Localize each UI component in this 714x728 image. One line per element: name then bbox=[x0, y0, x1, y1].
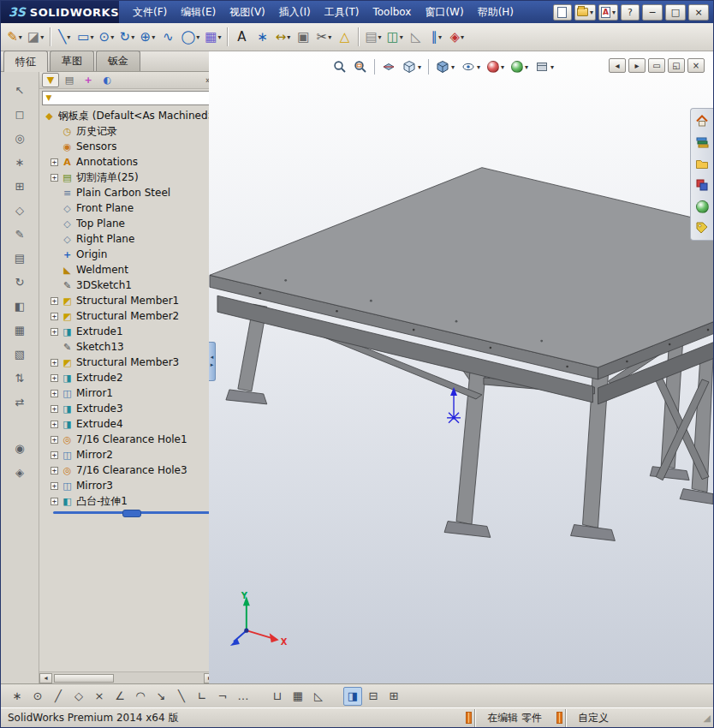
expand-icon[interactable]: + bbox=[51, 390, 58, 397]
propertymanager-tab-button[interactable]: ▤ bbox=[61, 73, 78, 87]
menu-toolbox[interactable]: Toolbox bbox=[366, 1, 418, 23]
doc-close-button[interactable]: × bbox=[687, 58, 705, 73]
expand-icon[interactable]: + bbox=[51, 359, 58, 367]
tree-item-root[interactable]: ◆钢板桌 (Default<As Machined> bbox=[39, 108, 217, 123]
statusbar-grip[interactable] bbox=[556, 712, 562, 724]
bottom-tool-button[interactable]: ╱ bbox=[49, 687, 68, 706]
hide-show-items-button[interactable]: ▾ bbox=[459, 57, 483, 76]
tree-item-extrude1[interactable]: +◨Extrude1 bbox=[39, 324, 217, 339]
chamfer-button[interactable]: ◺ bbox=[406, 26, 426, 48]
bottom-tool-button[interactable]: ◺ bbox=[309, 687, 328, 706]
model-canvas[interactable]: Y X bbox=[209, 51, 713, 683]
left-tool-button[interactable]: ↻ bbox=[9, 272, 31, 291]
section-view-button[interactable] bbox=[379, 57, 398, 76]
bottom-tool-button[interactable]: ↘ bbox=[152, 687, 170, 706]
left-tool-button[interactable]: ◈ bbox=[9, 462, 31, 481]
expand-icon[interactable]: + bbox=[51, 467, 58, 474]
menu-edit[interactable]: 编辑(E) bbox=[174, 1, 223, 23]
tree-item-structural-member3[interactable]: +◩Structural Member3 bbox=[39, 355, 217, 370]
expand-icon[interactable]: + bbox=[51, 313, 58, 320]
tree-item-extrude3[interactable]: +◨Extrude3 bbox=[39, 401, 217, 416]
doc-restore-button[interactable]: ◱ bbox=[668, 58, 685, 73]
status-custom-button[interactable]: 自定义 bbox=[565, 709, 621, 727]
resize-grip-icon[interactable]: ◢ bbox=[698, 713, 713, 724]
menu-file[interactable]: 文件(F) bbox=[126, 1, 174, 23]
eraser-button[interactable]: ◪▾ bbox=[25, 26, 46, 48]
tab-features[interactable]: 特征 bbox=[3, 51, 48, 72]
bottom-tool-button[interactable]: ◇ bbox=[69, 687, 88, 706]
ellipse-button[interactable]: ◯▾ bbox=[178, 26, 202, 48]
left-tool-button[interactable]: ◇ bbox=[9, 200, 31, 219]
expand-icon[interactable]: + bbox=[51, 436, 58, 444]
featuremanager-tab-button[interactable]: ▼ bbox=[42, 73, 59, 87]
bottom-tool-button[interactable]: … bbox=[234, 687, 253, 706]
view-settings-button[interactable]: ▾ bbox=[533, 57, 556, 76]
zoom-area-button[interactable] bbox=[351, 57, 370, 76]
maximize-button[interactable]: □ bbox=[665, 4, 686, 21]
expand-icon[interactable]: + bbox=[51, 328, 58, 336]
bottom-tool-button[interactable]: ⊙ bbox=[28, 687, 47, 706]
rollback-bar[interactable] bbox=[53, 511, 210, 514]
graphics-viewport[interactable]: Y X ▾ ▾ ▾ ▾ ▾ bbox=[209, 51, 713, 683]
tree-item-clearance-hole3[interactable]: +◎7/16 Clearance Hole3 bbox=[39, 462, 217, 478]
rotate-entities-button[interactable]: ↻▾ bbox=[116, 26, 137, 48]
left-tool-button[interactable]: ▧ bbox=[9, 344, 31, 363]
bottom-tool-button[interactable]: ⊔ bbox=[268, 687, 287, 706]
tree-item-mirror2[interactable]: +◫Mirror2 bbox=[39, 447, 217, 462]
tree-item-front-plane[interactable]: ◇Front Plane bbox=[39, 200, 217, 216]
tree-item-history[interactable]: ◷历史记录 bbox=[39, 123, 217, 139]
scrollbar-thumb[interactable] bbox=[54, 674, 114, 683]
tab-sketch[interactable]: 草图 bbox=[50, 51, 94, 71]
left-tool-button[interactable]: ◉ bbox=[9, 439, 31, 457]
bottom-tool-button[interactable]: ∠ bbox=[110, 687, 129, 706]
left-tool-button[interactable]: ↖ bbox=[9, 81, 31, 99]
left-tool-button[interactable]: ∗ bbox=[9, 152, 31, 171]
rectangle-button[interactable]: ▭▾ bbox=[74, 26, 96, 48]
point-button[interactable]: ∗ bbox=[252, 26, 272, 48]
bottom-tool-button[interactable]: × bbox=[90, 687, 109, 706]
expand-icon[interactable]: + bbox=[51, 297, 58, 305]
task-home-button[interactable] bbox=[693, 111, 711, 130]
tree-item-top-plane[interactable]: ◇Top Plane bbox=[39, 216, 217, 231]
expand-icon[interactable]: + bbox=[51, 374, 58, 382]
linear-pattern-button[interactable]: ▤▾ bbox=[362, 26, 384, 48]
bottom-tool-button[interactable]: ⊞ bbox=[384, 687, 403, 706]
zoom-fit-button[interactable] bbox=[330, 57, 349, 76]
pattern-button[interactable]: ▦▾ bbox=[202, 26, 223, 48]
tree-item-mirror1[interactable]: +◫Mirror1 bbox=[39, 385, 217, 401]
tree-item-material[interactable]: ≡Plain Carbon Steel bbox=[39, 185, 217, 200]
tree-item-mirror3[interactable]: +◫Mirror3 bbox=[39, 478, 217, 493]
bottom-tool-button[interactable]: ∗ bbox=[8, 687, 27, 706]
tab-sheet-metal[interactable]: 钣金 bbox=[96, 51, 140, 71]
tree-item-structural-member1[interactable]: +◩Structural Member1 bbox=[39, 293, 217, 308]
bottom-tool-button[interactable]: ∟ bbox=[193, 687, 211, 706]
make-drawing-button[interactable]: A▾ bbox=[598, 4, 618, 21]
menu-view[interactable]: 视图(V) bbox=[223, 1, 272, 23]
display-style-button[interactable]: ▾ bbox=[433, 57, 457, 76]
tree-item-extrude2[interactable]: +◨Extrude2 bbox=[39, 370, 217, 385]
mirror-entities-button[interactable]: ◫▾ bbox=[384, 26, 406, 48]
tree-item-sketch13[interactable]: ✎Sketch13 bbox=[39, 339, 217, 355]
tree-item-annotations[interactable]: +AAnnotations bbox=[39, 154, 217, 170]
tree-filter-input[interactable] bbox=[55, 92, 213, 104]
tree-item-extrude4[interactable]: +◨Extrude4 bbox=[39, 416, 217, 432]
task-design-library-button[interactable] bbox=[693, 133, 711, 152]
tree-item-origin[interactable]: +Origin bbox=[39, 247, 217, 262]
line-button[interactable]: ╲▾ bbox=[54, 26, 74, 48]
expand-icon[interactable]: + bbox=[51, 482, 58, 490]
left-tool-button[interactable]: ◧ bbox=[9, 296, 31, 315]
scroll-left-button[interactable]: ◂ bbox=[39, 673, 52, 683]
left-tool-button[interactable]: ⇅ bbox=[9, 368, 31, 387]
tree-item-clearance-hole1[interactable]: +◎7/16 Clearance Hole1 bbox=[39, 432, 217, 447]
close-button[interactable]: × bbox=[688, 4, 709, 21]
sketch-button[interactable]: ✎▾ bbox=[4, 26, 25, 48]
displaymanager-tab-button[interactable]: ◐ bbox=[98, 73, 116, 87]
expand-icon[interactable]: + bbox=[51, 421, 58, 428]
left-tool-button[interactable]: ▤ bbox=[9, 248, 31, 267]
task-view-palette-button[interactable] bbox=[693, 176, 711, 194]
tree-item-weldment[interactable]: ◣Weldment bbox=[39, 262, 217, 277]
left-tool-button[interactable]: ▦ bbox=[9, 320, 31, 339]
new-document-button[interactable] bbox=[553, 4, 572, 21]
expand-icon[interactable]: + bbox=[51, 158, 58, 166]
left-tool-button[interactable]: ⊞ bbox=[9, 176, 31, 195]
